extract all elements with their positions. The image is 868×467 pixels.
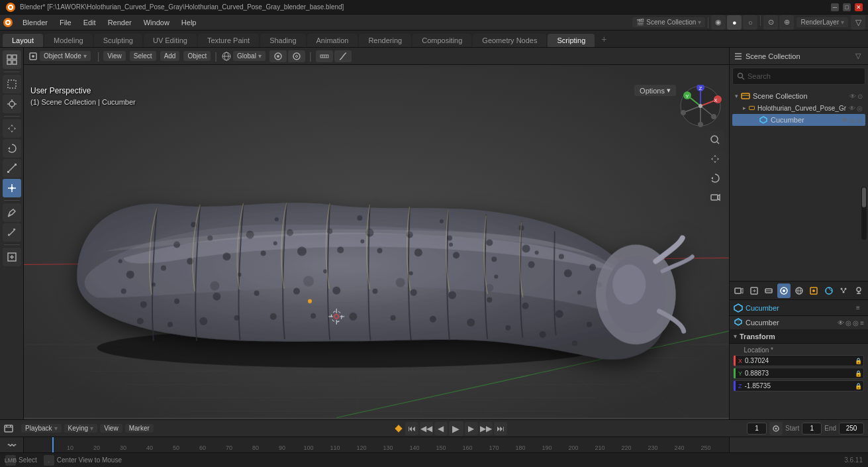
play-btn[interactable]: ▶ (449, 421, 463, 436)
viewport-shading-solid[interactable]: ◉ (711, 15, 726, 30)
pan-view-btn[interactable] (706, 150, 724, 168)
frame-numbers[interactable]: 10 20 30 40 50 60 70 80 90 100 110 120 1… (0, 437, 868, 452)
marker-menu-btn[interactable]: Marker (125, 424, 154, 433)
outliner-search[interactable]: Search (732, 68, 865, 85)
tool-add-object[interactable] (3, 248, 21, 266)
prop-sel-icon[interactable]: ◎ (845, 319, 851, 327)
prev-frame-btn[interactable]: ◀ (434, 422, 448, 435)
filter-btn[interactable]: ▽ (851, 15, 865, 30)
transform-orient-btn[interactable]: Global ▾ (233, 51, 265, 61)
minimize-btn[interactable]: ─ (831, 3, 839, 11)
skip-end-btn[interactable]: ⏭ (494, 422, 507, 435)
tab-sculpting[interactable]: Sculpting (94, 34, 142, 47)
add-workspace-btn[interactable]: + (596, 31, 612, 47)
cucumber-render-icon[interactable]: ◎ (857, 117, 863, 124)
tool-measure[interactable] (3, 223, 21, 242)
cucumber-vis-icon[interactable]: 👁 (842, 117, 848, 124)
rp-scrollbar-thumb[interactable] (862, 187, 866, 207)
camera-view-btn[interactable] (706, 189, 724, 206)
tool-scale[interactable] (3, 159, 21, 178)
props-output-btn[interactable] (747, 284, 761, 298)
prop-vis-icon[interactable]: 👁 (838, 319, 844, 327)
tab-texture-paint[interactable]: Texture Paint (198, 34, 259, 47)
props-object-btn[interactable] (807, 284, 821, 298)
menu-help[interactable]: Help (176, 17, 202, 28)
prop-expand-arrow[interactable]: ≡ (860, 319, 864, 327)
y-lock-icon[interactable]: 🔒 (855, 370, 862, 377)
prop-expand-btn[interactable]: ≡ (852, 302, 864, 314)
tab-layout[interactable]: Layout (3, 34, 43, 47)
gizmo-btn[interactable]: ⊕ (779, 15, 794, 30)
props-render-btn[interactable] (732, 284, 746, 298)
outliner-scene-collection[interactable]: ▾ Scene Collection 👁 ⊙ (732, 90, 865, 102)
menu-file[interactable]: File (54, 17, 77, 28)
snap-inc-btn[interactable] (316, 50, 333, 62)
holothurian-vis-icon[interactable]: 👁 (849, 105, 855, 112)
select-menu-btn[interactable]: Select (130, 51, 156, 61)
location-y-field[interactable]: Y 0.88873 🔒 (734, 368, 864, 379)
tool-rotate[interactable] (3, 139, 21, 158)
frame-num-area[interactable]: 10 20 30 40 50 60 70 80 90 100 110 120 1… (24, 437, 729, 452)
object-menu-btn[interactable]: Object (183, 51, 211, 61)
outliner-filter-btn[interactable]: ▽ (852, 50, 864, 62)
prev-keyframe-btn[interactable]: ◀◀ (420, 422, 433, 435)
menu-edit[interactable]: Edit (78, 17, 101, 28)
props-world-btn[interactable] (792, 284, 806, 298)
rotate-view-btn[interactable] (706, 170, 724, 187)
z-lock-icon[interactable]: 🔒 (855, 383, 862, 389)
outliner-holothurian[interactable]: ▸ Holothurian_Curved_Pose_Gr 👁 ◎ (732, 102, 865, 114)
view-menu-btn[interactable]: View (103, 51, 126, 61)
transform-section-header[interactable]: ▾ Transform (730, 329, 868, 344)
prop-render-icon[interactable]: ◎ (853, 319, 859, 327)
next-frame-btn[interactable]: ▶ (465, 422, 478, 435)
snap-toggle[interactable] (269, 50, 287, 62)
overlay-btn[interactable]: ⊙ (763, 15, 778, 30)
active-tool-icon[interactable] (3, 50, 21, 69)
location-x-field[interactable]: X 0.37024 🔒 (734, 355, 864, 366)
close-btn[interactable]: ✕ (855, 3, 863, 11)
end-frame-input[interactable]: 250 (839, 423, 864, 435)
viewport-3d[interactable]: User Perspective (1) Scene Collection | … (24, 65, 729, 419)
menu-window[interactable]: Window (138, 17, 175, 28)
cucumber-sel-icon[interactable]: ◎ (849, 117, 855, 124)
tab-animation[interactable]: Animation (307, 34, 358, 47)
props-physics-btn[interactable] (852, 284, 866, 298)
scene-sel-icon[interactable]: ⊙ (857, 93, 863, 100)
outliner-cucumber[interactable]: Cucumber 👁 ◎ ◎ (732, 114, 865, 126)
tool-select-box[interactable] (3, 75, 21, 93)
viewport-shading-render[interactable]: ● (727, 15, 742, 30)
tab-uv-editing[interactable]: UV Editing (144, 34, 197, 47)
viewport[interactable]: Object Mode ▾ | View Select Add Object | (24, 48, 729, 419)
playback-menu-btn[interactable]: Playback ▾ (21, 424, 62, 433)
proportional-edit[interactable] (288, 50, 305, 62)
rp-scrollbar[interactable] (861, 187, 867, 240)
tab-modeling[interactable]: Modeling (44, 34, 93, 47)
options-btn[interactable]: Options ▾ (634, 85, 676, 96)
location-z-field[interactable]: Z -1.85735 🔒 (734, 380, 864, 391)
props-modifier-btn[interactable] (822, 284, 836, 298)
viewport-shading-mat[interactable]: ○ (743, 15, 757, 30)
object-mode-btn[interactable]: Object Mode ▾ (40, 51, 91, 61)
x-lock-icon[interactable]: 🔒 (855, 358, 862, 364)
nav-gizmo[interactable]: X Y Z (679, 85, 722, 128)
scene-selector[interactable]: 🎬 Scene Collection ▾ (632, 17, 705, 27)
zoom-selection-btn[interactable] (706, 131, 724, 148)
view-menu-btn[interactable]: View (100, 424, 122, 433)
skip-start-btn[interactable]: ⏮ (405, 422, 418, 435)
tab-scripting[interactable]: Scripting (548, 34, 595, 47)
holothurian-cam-icon[interactable]: ◎ (857, 105, 863, 112)
tab-compositing[interactable]: Compositing (412, 34, 471, 47)
props-scene-btn[interactable] (777, 284, 791, 298)
menu-blender[interactable]: Blender (17, 17, 53, 28)
tab-rendering[interactable]: Rendering (359, 34, 411, 47)
scene-vis-icon[interactable]: 👁 (849, 93, 856, 100)
tab-shading[interactable]: Shading (260, 34, 305, 47)
current-frame-input[interactable]: 1 (747, 423, 767, 435)
curve-btn[interactable] (334, 50, 352, 62)
tool-transform[interactable] (3, 179, 21, 197)
start-frame-input[interactable]: 1 (802, 423, 822, 435)
tool-annotate[interactable] (3, 203, 21, 222)
tool-move[interactable] (3, 119, 21, 138)
maximize-btn[interactable]: □ (843, 3, 851, 11)
keying-menu-btn[interactable]: Keying ▾ (64, 424, 98, 433)
